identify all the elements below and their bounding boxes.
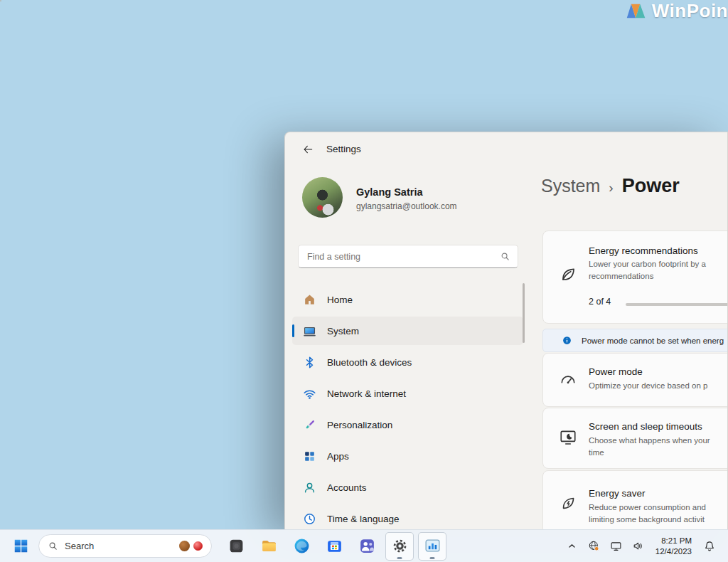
page-title-power: Power <box>622 175 680 197</box>
sidebar-item-icon <box>303 418 316 432</box>
card-screen-sleep-timeouts[interactable]: Screen and sleep timeouts Choose what ha… <box>542 408 728 469</box>
taskbar-app-settings[interactable] <box>385 532 414 561</box>
sidebar-item-system[interactable]: System <box>292 317 523 345</box>
winpoin-watermark: WinPoin <box>620 0 728 22</box>
notification-bell-icon <box>703 540 716 553</box>
settings-window-title: Settings <box>326 144 361 154</box>
sidebar-item-label: Apps <box>327 451 349 462</box>
tray-chevron-button[interactable] <box>561 534 583 558</box>
user-avatar[interactable] <box>302 177 343 218</box>
card-desc-line2: time <box>589 448 604 457</box>
winpoin-logo-icon <box>626 1 647 21</box>
sidebar-item-icon <box>303 356 316 369</box>
card-energy-saver[interactable]: Energy saver Reduce power consumption an… <box>542 470 728 529</box>
card-desc-line1: Optimize your device based on p <box>589 381 707 390</box>
display-cast-button[interactable] <box>605 534 627 558</box>
leaf-bolt-icon <box>559 494 577 512</box>
pinned-apps <box>222 532 446 561</box>
settings-sidebar: Home System Bluetooth & devices Network … <box>292 285 523 529</box>
card-title: Power mode <box>589 366 643 377</box>
sidebar-item-label: Accounts <box>327 482 367 493</box>
display-icon <box>610 540 622 552</box>
network-globe-icon <box>588 540 600 552</box>
card-desc-line1: Lower your carbon footprint by a <box>589 260 706 268</box>
winpoin-text: WinPoin <box>652 0 728 22</box>
sidebar-item-personalization[interactable]: Personalization <box>292 410 523 439</box>
sidebar-item-home[interactable]: Home <box>292 285 523 314</box>
card-desc-line2: recommendations <box>589 272 653 280</box>
network-status-button[interactable] <box>583 534 605 558</box>
notification-center-button[interactable] <box>698 534 721 558</box>
sidebar-item-accounts[interactable]: Accounts <box>292 473 523 502</box>
progress-bar <box>626 303 728 306</box>
back-arrow-icon <box>302 144 314 155</box>
taskbar: Search <box>0 529 728 562</box>
start-button[interactable] <box>7 533 34 560</box>
breadcrumb-system[interactable]: System <box>541 176 600 196</box>
speaker-icon <box>632 540 644 552</box>
volume-button[interactable] <box>627 534 649 558</box>
clock-time: 8:21 PM <box>655 536 692 546</box>
sidebar-item-apps[interactable]: Apps <box>292 442 523 470</box>
taskbar-app-task-manager[interactable] <box>418 532 446 561</box>
taskbar-app-dark-app[interactable] <box>222 532 250 561</box>
banner-text: Power mode cannot be set when energ <box>582 336 724 345</box>
settings-window: Settings Gylang Satria gylangsatria@outl… <box>284 132 728 529</box>
sidebar-item-icon <box>303 512 316 526</box>
settings-search-input[interactable] <box>298 245 518 268</box>
sidebar-item-label: System <box>327 326 359 336</box>
settings-cards: Energy recommendations Lower your carbon… <box>542 230 728 529</box>
progress-label: 2 of 4 <box>589 297 611 307</box>
clock[interactable]: 8:21 PM 12/4/2023 <box>649 536 698 557</box>
breadcrumb: System › Power <box>541 175 680 197</box>
sidebar-item-icon <box>303 450 316 463</box>
windows-logo-icon <box>14 539 28 553</box>
back-button[interactable] <box>298 142 318 157</box>
card-title: Energy recommendations <box>589 245 698 256</box>
card-desc-line2: limiting some background activit <box>589 515 705 524</box>
breadcrumb-chevron: › <box>609 180 613 196</box>
sidebar-item-label: Time & language <box>327 514 400 524</box>
sidebar-item-time-language[interactable]: Time & language <box>292 504 523 529</box>
taskbar-app-teams[interactable] <box>353 532 381 561</box>
screen-moon-icon <box>559 428 577 447</box>
sidebar-item-bluetooth-devices[interactable]: Bluetooth & devices <box>292 348 523 376</box>
card-title: Energy saver <box>589 488 646 499</box>
taskbar-app-edge[interactable] <box>287 532 316 561</box>
sidebar-item-network-internet[interactable]: Network & internet <box>292 379 523 408</box>
taskbar-app-file-explorer[interactable] <box>255 532 283 561</box>
gingerbread-icon <box>179 541 190 551</box>
sidebar-item-label: Bluetooth & devices <box>327 357 412 368</box>
chevron-up-icon <box>566 540 578 552</box>
speedometer-icon <box>559 371 577 389</box>
sidebar-scrollbar[interactable] <box>523 283 525 343</box>
card-desc-line1: Choose what happens when your <box>589 436 710 445</box>
taskbar-search[interactable]: Search <box>38 534 212 558</box>
user-name: Gylang Satria <box>356 186 422 198</box>
sidebar-item-label: Personalization <box>327 420 392 430</box>
card-power-mode[interactable]: Power mode Optimize your device based on… <box>542 353 728 407</box>
taskbar-app-store[interactable] <box>320 532 348 561</box>
card-title: Screen and sleep timeouts <box>589 421 702 432</box>
ornament-icon <box>193 541 203 551</box>
gray-window <box>0 0 1 1</box>
user-email: gylangsatria@outlook.com <box>356 201 457 211</box>
search-festive-icons <box>179 541 203 551</box>
info-icon <box>562 335 572 346</box>
sidebar-item-icon <box>303 481 316 494</box>
clock-date: 12/4/2023 <box>655 546 692 557</box>
sidebar-item-icon <box>303 293 316 307</box>
sidebar-item-icon <box>303 324 316 338</box>
magnifier-icon <box>48 541 58 551</box>
eco-leaf-icon <box>559 265 577 284</box>
card-desc-line1: Reduce power consumption and <box>589 503 706 511</box>
sidebar-item-label: Home <box>327 295 353 305</box>
search-icon <box>500 251 510 262</box>
system-tray: 8:21 PM 12/4/2023 <box>561 534 721 558</box>
card-energy-recommendations[interactable]: Energy recommendations Lower your carbon… <box>542 230 728 324</box>
sidebar-item-label: Network & internet <box>327 388 406 399</box>
taskbar-search-label: Search <box>65 541 94 551</box>
sidebar-item-icon <box>303 387 316 401</box>
power-mode-info-banner: Power mode cannot be set when energ <box>542 329 728 352</box>
